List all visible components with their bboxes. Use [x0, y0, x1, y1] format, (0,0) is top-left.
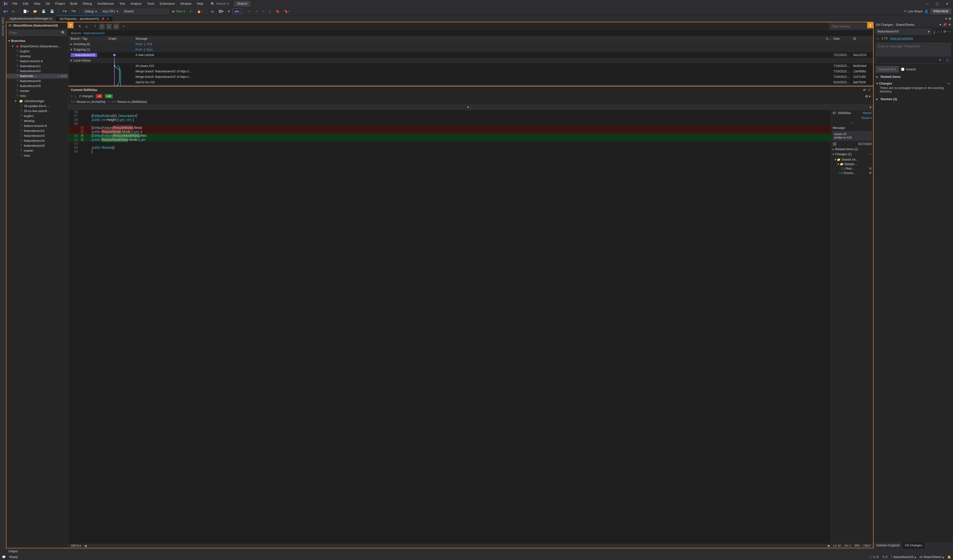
config-combo[interactable]: Debug ▾: [82, 9, 99, 14]
maximize-button[interactable]: ▢: [932, 0, 942, 8]
overflow-button[interactable]: ▾: [227, 9, 231, 14]
branch-current[interactable]: ᛘ featurebr… ↑↓ 1 / 0: [6, 74, 68, 79]
title-search[interactable]: 🔍 Search ▾: [211, 2, 229, 6]
dropdown-icon[interactable]: ▾: [940, 23, 941, 26]
sb-branch[interactable]: ᛘ featurebranch3 ▴: [891, 555, 916, 559]
save-button[interactable]: 💾: [40, 9, 47, 14]
branches-filter-input[interactable]: [8, 30, 67, 36]
doc-tab-gitrepo[interactable]: Git Reposito…aturebranch3) 📌 ✕: [56, 15, 112, 22]
sync-icon[interactable]: ⟳: [944, 30, 946, 34]
comment-button[interactable]: ≡: [261, 9, 265, 14]
remote-branch[interactable]: ᛘfeaturebranch5: [6, 143, 68, 148]
data-sources-tab[interactable]: Data Sources: [0, 15, 6, 554]
local-history-section[interactable]: ▾ Local History: [68, 58, 873, 63]
remote-branch[interactable]: ᛘfeature-branch-6: [6, 124, 68, 128]
start-debug-button[interactable]: ▶ Start ▾: [171, 9, 187, 14]
menu-help[interactable]: Help: [194, 1, 206, 6]
save-all-button[interactable]: 💾: [49, 9, 56, 14]
remote-branch[interactable]: ᛘdevelop: [6, 119, 68, 124]
menu-window[interactable]: Window: [178, 1, 194, 6]
indent-out-button[interactable]: ⇤: [247, 9, 252, 14]
info-icon[interactable]: ⓘ: [946, 58, 949, 62]
hot-reload-button[interactable]: 🔥▾: [196, 9, 204, 14]
hscroll-left[interactable]: ◀: [84, 544, 86, 548]
indent-mode[interactable]: SPC: [854, 544, 860, 548]
graph-icon[interactable]: ⑃: [107, 24, 112, 29]
menu-file[interactable]: File: [10, 1, 20, 6]
tab-settings-icon[interactable]: ⚙: [948, 17, 951, 20]
remote-branch[interactable]: ᛘmaster: [6, 148, 68, 153]
menu-debug[interactable]: Debug: [80, 1, 94, 6]
more-icon[interactable]: ⋯: [948, 30, 951, 34]
changed-file[interactable]: C# Enums.…M: [833, 171, 872, 175]
sb-pending[interactable]: ✎ 0: [882, 555, 888, 559]
remote-branch[interactable]: ᛘ16-update-the-h…: [6, 104, 68, 108]
minimize-button[interactable]: ―: [922, 0, 932, 8]
commit-message-input[interactable]: [876, 43, 951, 57]
branch-combo[interactable]: featurebranch3▾: [876, 28, 931, 35]
revert-link[interactable]: Revert: [863, 111, 872, 115]
commit-row[interactable]: Merge branch 'featurebranch3' of https:/…: [68, 74, 873, 80]
remote-branch[interactable]: ᛘmisc: [6, 153, 68, 158]
commit-row[interactable]: Add fix for #10 5/10/2023…8a57fb26: [68, 80, 873, 85]
remote-branch[interactable]: ᛘfeaturebranch4: [6, 138, 68, 143]
browse-button[interactable]: 🗂: [210, 9, 216, 14]
push-link[interactable]: Push: [135, 48, 142, 51]
commit-row[interactable]: Merge branch 'featurebranch3' of https:/…: [68, 69, 873, 74]
branch-featurebranch1[interactable]: ᛘfeaturebranch1: [6, 64, 68, 69]
menu-git[interactable]: Git: [43, 1, 52, 6]
fetch-icon[interactable]: ⭳̥: [933, 30, 936, 34]
feedback-icon[interactable]: 💬: [2, 555, 6, 559]
menu-analyze[interactable]: Analyze: [128, 1, 144, 6]
reset-link[interactable]: Reset ▾: [861, 116, 872, 120]
branch-misc[interactable]: ᛘmisc: [6, 93, 68, 98]
hscroll-right[interactable]: ▶: [828, 544, 830, 548]
menu-build[interactable]: Build: [68, 1, 80, 6]
pull-icon[interactable]: ↓: [937, 30, 939, 34]
indent-in-button[interactable]: ⇥: [254, 9, 259, 14]
remotes-group[interactable]: 📁remotes/origin: [6, 98, 68, 104]
tag-icon[interactable]: ◇: [113, 23, 119, 29]
gear-icon[interactable]: ⚙ ▾: [865, 94, 871, 98]
remote-branch[interactable]: ᛘfeaturebranch2: [6, 128, 68, 133]
doc-tab-appinstance[interactable]: ApplicationInstanceManager.cs: [6, 16, 56, 21]
filter-history-input[interactable]: [829, 23, 872, 29]
branch-feature-branch-6[interactable]: ᛘfeature-branch-6: [6, 59, 68, 64]
remote-branch[interactable]: ᛘ29-vs-live-specifi…: [6, 108, 68, 113]
undo-button[interactable]: ↶▾: [61, 9, 68, 14]
menu-architecture[interactable]: Architecture: [95, 1, 116, 6]
target-combo[interactable]: ShareX: [122, 9, 169, 14]
menu-test[interactable]: Test: [117, 1, 127, 6]
related-items-section[interactable]: Related Items: [876, 75, 950, 79]
branch-bugfix1[interactable]: ᛘbugfix1: [6, 49, 68, 54]
commit-all-button[interactable]: Commit All ▾: [876, 66, 899, 73]
down-arrow-icon[interactable]: ↓: [75, 94, 76, 98]
pull-link[interactable]: Pull: [147, 42, 152, 46]
right-nav-combo[interactable]: ▾: [471, 105, 873, 110]
line-endings[interactable]: CRLF: [863, 544, 871, 548]
tab-solution-explorer[interactable]: Solution Explorer: [874, 542, 902, 548]
menu-tools[interactable]: Tools: [144, 1, 157, 6]
branch-value[interactable]: featurebranch3: [84, 31, 104, 35]
spell-button[interactable]: abc: [233, 9, 241, 14]
close-button[interactable]: ✕: [942, 0, 952, 8]
branch-develop[interactable]: ᛘdevelop: [6, 54, 68, 59]
diff-viewer[interactable]: 36 37 [DefaultValue(0), Description(" 38…: [68, 110, 831, 544]
bookmark-list-button[interactable]: 🔖▾: [282, 9, 291, 14]
remote-branch[interactable]: ᛘfeaturebranch3: [6, 133, 68, 138]
hash-icon[interactable]: #: [939, 58, 941, 62]
remote-branch[interactable]: ᛘbugfix1: [6, 113, 68, 119]
menu-view[interactable]: View: [31, 1, 43, 6]
sync-link[interactable]: Sync: [146, 48, 153, 51]
pin-icon[interactable]: 📌: [101, 17, 104, 20]
sb-repo[interactable]: 🗃 ShareXDemo ▴: [919, 555, 944, 559]
sb-incoming-outgoing[interactable]: ↑↓ 1 / 0: [869, 555, 878, 559]
commit-row[interactable]: #8 closes #10 7/19/2023…9e45c6ed: [68, 63, 873, 69]
hidden-icon[interactable]: 👁: [121, 24, 127, 29]
incoming-section[interactable]: ▸ Incoming (0) Fetch | Pull: [68, 42, 873, 47]
toggle-icon-2[interactable]: ⎌: [84, 24, 89, 29]
related-items-expander[interactable]: Related Items (2): [833, 147, 872, 151]
menu-edit[interactable]: Edit: [20, 1, 31, 6]
open-button[interactable]: 📂: [32, 9, 39, 14]
branch-featurebranch4[interactable]: ᛘfeaturebranch4: [6, 79, 68, 84]
